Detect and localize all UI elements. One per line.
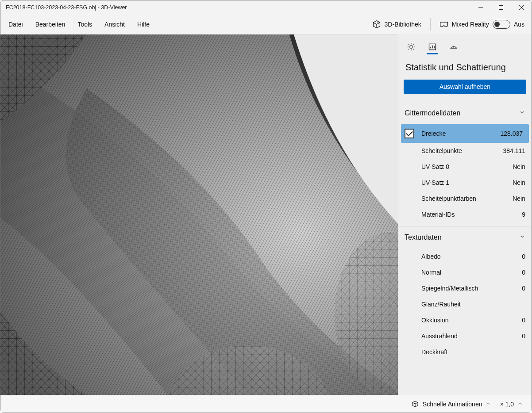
close-button[interactable] — [511, 0, 532, 15]
svg-line-29 — [452, 46, 452, 48]
quick-animations-button[interactable]: Schnelle Animationen — [407, 398, 496, 411]
window-title: FC2018-FC103-2023-04-23-FSG.obj - 3D-Vie… — [6, 4, 470, 11]
label-albedo: Albedo — [421, 253, 522, 260]
value-uv1: Nein — [513, 179, 525, 186]
row-emiss[interactable]: Ausstrahlend 0 — [398, 328, 532, 344]
row-albedo[interactable]: Albedo 0 — [398, 249, 532, 264]
chevron-down-icon — [519, 109, 525, 117]
menu-edit[interactable]: Bearbeiten — [29, 18, 72, 31]
section-tex-header[interactable]: Texturdaten — [398, 226, 532, 249]
menu-tools[interactable]: Tools — [71, 18, 98, 31]
deselect-button[interactable]: Auswahl aufheben — [404, 80, 526, 94]
minimize-button[interactable] — [470, 0, 491, 15]
menu-view[interactable]: Ansicht — [98, 18, 131, 31]
row-uv1[interactable]: UV-Satz 1 Nein — [398, 175, 532, 191]
label-uv0: UV-Satz 0 — [421, 163, 513, 170]
row-triangles[interactable]: Dreiecke 128.037 — [401, 124, 529, 143]
mixedreality-state: Aus — [514, 21, 524, 28]
row-gloss[interactable]: Glanz/Rauheit — [398, 296, 532, 312]
svg-line-22 — [409, 49, 409, 50]
label-specmet: Spiegelnd/Metallisch — [421, 285, 522, 292]
label-occl: Okklusion — [421, 317, 522, 324]
section-mesh-label: Gittermodelldaten — [405, 109, 460, 117]
grid-icon — [449, 42, 458, 51]
viewport-3d[interactable] — [0, 34, 398, 395]
tab-stats[interactable] — [427, 40, 438, 54]
value-matids: 9 — [522, 211, 525, 218]
quick-animations-label: Schnelle Animationen — [423, 401, 482, 408]
svg-point-15 — [410, 45, 413, 48]
label-opacity: Deckkraft — [421, 348, 525, 356]
scale-button[interactable]: × 1,0 — [495, 398, 527, 410]
mixedreality-label: Mixed Reality — [452, 21, 489, 28]
svg-rect-1 — [499, 6, 503, 10]
label-normal: Normal — [421, 269, 522, 276]
panel-title: Statistik und Schattierung — [398, 54, 532, 80]
library-label: 3D-Bibliothek — [385, 21, 421, 28]
label-vcolors: Scheitelpunktfarben — [421, 195, 513, 202]
row-occl[interactable]: Okklusion 0 — [398, 312, 532, 328]
menu-help[interactable]: Hilfe — [131, 18, 156, 31]
value-normal: 0 — [522, 269, 525, 276]
svg-line-20 — [409, 44, 409, 45]
value-emiss: 0 — [522, 333, 525, 340]
value-uv0: Nein — [513, 163, 525, 170]
cube-anim-icon — [411, 400, 419, 408]
chevron-down-icon — [519, 233, 525, 241]
row-matids[interactable]: Material-IDs 9 — [398, 206, 532, 222]
label-emiss: Ausstrahlend — [421, 333, 522, 340]
value-vertices: 384.111 — [503, 147, 525, 154]
mixedreality-button[interactable]: Mixed Reality Aus — [434, 17, 530, 31]
stats-icon — [428, 42, 437, 51]
label-uv1: UV-Satz 1 — [421, 179, 513, 186]
svg-line-31 — [455, 46, 455, 48]
value-triangles: 128.037 — [500, 130, 523, 137]
label-triangles: Dreiecke — [421, 130, 500, 137]
section-tex-label: Texturdaten — [405, 233, 442, 241]
chevron-up-icon — [486, 401, 491, 408]
scale-label: × 1,0 — [500, 401, 514, 408]
chevron-up-icon — [517, 401, 523, 408]
value-specmet: 0 — [522, 285, 525, 292]
svg-line-21 — [413, 49, 414, 50]
library-button[interactable]: 3D-Bibliothek — [367, 17, 427, 31]
value-vcolors: Nein — [513, 195, 525, 202]
tab-lighting[interactable] — [405, 40, 417, 54]
mixedreality-toggle[interactable] — [493, 20, 510, 29]
value-occl: 0 — [522, 317, 525, 324]
tab-grid[interactable] — [448, 40, 459, 54]
cube-icon — [372, 20, 381, 29]
label-gloss: Glanz/Rauheit — [421, 301, 525, 308]
row-specmet[interactable]: Spiegelnd/Metallisch 0 — [398, 280, 532, 296]
value-albedo: 0 — [522, 253, 525, 260]
section-mesh-header[interactable]: Gittermodelldaten — [398, 102, 532, 124]
menu-file[interactable]: Datei — [2, 18, 29, 31]
mixedreality-icon — [439, 21, 448, 28]
row-uv0[interactable]: UV-Satz 0 Nein — [398, 159, 532, 175]
svg-line-23 — [413, 44, 414, 45]
label-vertices: Scheitelpunkte — [421, 147, 503, 154]
menu-divider — [430, 18, 431, 31]
checkbox-triangles[interactable] — [405, 129, 414, 138]
label-matids: Material-IDs — [421, 211, 522, 218]
row-vertices[interactable]: Scheitelpunkte 384.111 — [398, 143, 532, 159]
row-normal[interactable]: Normal 0 — [398, 264, 532, 280]
row-opacity[interactable]: Deckkraft — [398, 344, 532, 360]
maximize-button[interactable] — [491, 0, 511, 15]
row-vcolors[interactable]: Scheitelpunktfarben Nein — [398, 191, 532, 206]
sun-icon — [407, 42, 416, 51]
